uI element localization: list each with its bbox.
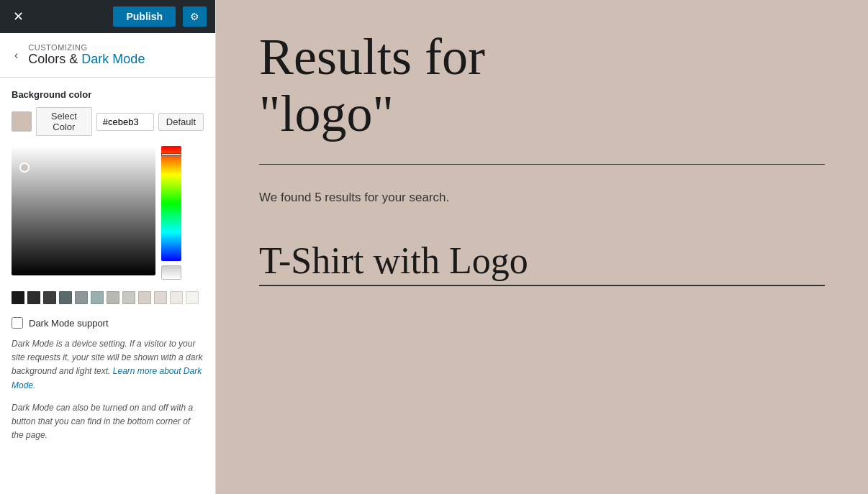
back-button[interactable]: ‹	[12, 47, 21, 63]
dark-mode-section: Dark Mode support Dark Mode is a device …	[12, 317, 204, 442]
dark-mode-row: Dark Mode support	[12, 317, 204, 329]
top-bar: ✕ Publish ⚙	[0, 0, 215, 33]
default-button[interactable]: Default	[158, 113, 204, 131]
product-title: T-Shirt with Logo	[259, 239, 825, 286]
swatch[interactable]	[186, 291, 199, 304]
dark-mode-description1: Dark Mode is a device setting. If a visi…	[12, 337, 204, 393]
color-handle[interactable]	[19, 163, 30, 173]
color-picker	[12, 146, 204, 280]
background-color-label: Background color	[12, 89, 204, 100]
swatch[interactable]	[59, 291, 72, 304]
header-text: Customizing Colors & Dark Mode	[28, 43, 145, 67]
alpha-slider[interactable]	[161, 265, 181, 280]
hue-thumb	[161, 153, 181, 156]
swatch[interactable]	[138, 291, 151, 304]
publish-button[interactable]: Publish	[113, 6, 176, 27]
section-title: Colors & Dark Mode	[28, 52, 145, 67]
swatch[interactable]	[43, 291, 56, 304]
dark-mode-title-text: Dark Mode	[81, 52, 145, 66]
swatch[interactable]	[27, 291, 40, 304]
dark-mode-description2: Dark Mode can also be turned on and off …	[12, 401, 204, 443]
results-heading: Results for "logo"	[259, 29, 825, 142]
color-gradient[interactable]	[12, 146, 155, 275]
back-icon: ‹	[14, 49, 18, 61]
swatch[interactable]	[154, 291, 167, 304]
results-count: We found 5 results for your search.	[259, 191, 825, 205]
hue-slider[interactable]	[161, 146, 181, 261]
swatch[interactable]	[12, 291, 24, 304]
hex-input[interactable]	[96, 113, 154, 131]
swatch[interactable]	[91, 291, 104, 304]
dark-mode-checkbox[interactable]	[12, 317, 23, 329]
select-color-button[interactable]: Select Color	[36, 107, 92, 136]
swatch[interactable]	[170, 291, 183, 304]
divider	[259, 164, 825, 165]
swatch[interactable]	[107, 291, 119, 304]
color-controls: Select Color Default	[12, 107, 204, 136]
close-button[interactable]: ✕	[9, 6, 28, 27]
color-swatch[interactable]	[12, 111, 32, 132]
swatches-row	[12, 291, 204, 304]
close-icon: ✕	[13, 9, 24, 24]
dark-mode-label: Dark Mode support	[29, 318, 109, 329]
swatch[interactable]	[75, 291, 88, 304]
left-panel: ✕ Publish ⚙ ‹ Customizing Colors & Dark …	[0, 0, 216, 494]
settings-button[interactable]: ⚙	[183, 6, 207, 27]
hue-slider-wrap	[161, 146, 181, 280]
swatch[interactable]	[122, 291, 135, 304]
panel-content: Background color Select Color Default	[0, 78, 215, 494]
gear-icon: ⚙	[190, 11, 199, 22]
panel-header: ‹ Customizing Colors & Dark Mode	[0, 33, 215, 78]
right-panel: Results for "logo" We found 5 results fo…	[216, 0, 868, 494]
customizing-label: Customizing	[28, 43, 145, 52]
